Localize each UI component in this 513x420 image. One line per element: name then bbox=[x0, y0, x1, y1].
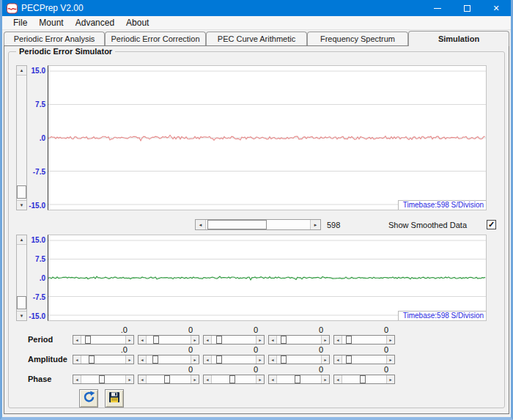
slider-left-arrow-icon[interactable]: ◄ bbox=[334, 336, 342, 344]
y-tick-label: 7.5 bbox=[35, 100, 45, 108]
tab-pec-curve-arithmetic[interactable]: PEC Curve Arithmetic bbox=[206, 32, 307, 45]
period-slider-2[interactable]: ◄► bbox=[138, 335, 199, 345]
slider-left-arrow-icon[interactable]: ◄ bbox=[204, 355, 212, 364]
close-button[interactable]: ✕ bbox=[481, 0, 511, 16]
menu-advanced[interactable]: Advanced bbox=[70, 18, 120, 28]
slider-right-arrow-icon[interactable]: ► bbox=[386, 375, 394, 383]
slider-right-arrow-icon[interactable]: ► bbox=[386, 336, 394, 344]
slider-right-arrow-icon[interactable]: ► bbox=[256, 375, 264, 383]
scroll-down-icon[interactable]: ▼ bbox=[17, 311, 26, 320]
chart1-timebase-label: Timebase:598 S/Division bbox=[398, 200, 486, 210]
phase-slider-3[interactable]: ◄► bbox=[203, 375, 265, 384]
slider-left-arrow-icon[interactable]: ◄ bbox=[204, 375, 212, 383]
slider-left-arrow-icon[interactable]: ◄ bbox=[334, 375, 342, 383]
period-slider-3[interactable]: ◄► bbox=[203, 335, 265, 345]
slider-left-arrow-icon[interactable]: ◄ bbox=[73, 375, 81, 383]
slider-thumb[interactable] bbox=[85, 336, 91, 344]
slider-right-arrow-icon[interactable]: ► bbox=[256, 336, 264, 344]
slider-thumb[interactable] bbox=[281, 336, 287, 344]
slider-left-arrow-icon[interactable]: ◄ bbox=[269, 336, 277, 344]
chart2-timebase-label: Timebase:598 S/Division bbox=[398, 311, 486, 320]
chart1-vscroll-thumb[interactable] bbox=[17, 185, 26, 199]
slider-right-arrow-icon[interactable]: ► bbox=[321, 336, 329, 344]
slider-left-arrow-icon[interactable]: ◄ bbox=[269, 375, 277, 383]
harmonic-sliders: Period.0◄►0◄►0◄►0◄►0◄►Amplitude.0◄►0◄►0◄… bbox=[16, 325, 498, 384]
slider-right-arrow-icon[interactable]: ► bbox=[191, 336, 199, 344]
timebase-scroll-thumb[interactable] bbox=[207, 220, 267, 229]
slider-left-arrow-icon[interactable]: ◄ bbox=[139, 336, 147, 344]
slider-right-arrow-icon[interactable]: ► bbox=[125, 375, 133, 383]
menu-mount[interactable]: Mount bbox=[33, 18, 69, 28]
minimize-button[interactable] bbox=[423, 0, 452, 16]
scroll-left-icon[interactable]: ◄ bbox=[196, 220, 206, 229]
scroll-up-icon[interactable]: ▲ bbox=[17, 235, 26, 245]
scroll-right-icon[interactable]: ► bbox=[310, 220, 320, 229]
show-smoothed-data-label: Show Smoothed Data bbox=[388, 221, 467, 229]
chart1-vertical-scrollbar[interactable]: ▲ ▼ bbox=[16, 65, 27, 210]
scroll-down-icon[interactable]: ▼ bbox=[17, 200, 26, 210]
menu-file[interactable]: File bbox=[7, 18, 33, 28]
chart2-vertical-scrollbar[interactable]: ▲ ▼ bbox=[16, 235, 27, 321]
tab-frequency-spectrum[interactable]: Frequency Spectrum bbox=[307, 32, 408, 45]
slider-thumb[interactable] bbox=[216, 355, 222, 364]
slider-thumb[interactable] bbox=[216, 336, 222, 344]
slider-thumb[interactable] bbox=[281, 355, 287, 364]
slider-right-arrow-icon[interactable]: ► bbox=[191, 375, 199, 383]
scroll-up-icon[interactable]: ▲ bbox=[17, 66, 26, 75]
slider-left-arrow-icon[interactable]: ◄ bbox=[139, 355, 147, 364]
menu-about[interactable]: About bbox=[120, 18, 155, 28]
slider-thumb[interactable] bbox=[346, 336, 352, 344]
refresh-button[interactable] bbox=[79, 389, 98, 408]
slider-right-arrow-icon[interactable]: ► bbox=[386, 355, 394, 364]
slider-thumb[interactable] bbox=[346, 355, 352, 364]
phase-slider-1[interactable]: ◄► bbox=[73, 375, 134, 384]
slider-value: 0 bbox=[333, 345, 395, 355]
slider-right-arrow-icon[interactable]: ► bbox=[191, 355, 199, 364]
slider-right-arrow-icon[interactable]: ► bbox=[125, 336, 133, 344]
slider-thumb[interactable] bbox=[295, 375, 300, 383]
slider-left-arrow-icon[interactable]: ◄ bbox=[73, 355, 81, 364]
slider-left-arrow-icon[interactable]: ◄ bbox=[204, 336, 212, 344]
tab-periodic-error-analysis[interactable]: Periodic Error Analysis bbox=[4, 32, 105, 45]
phase-slider-4[interactable]: ◄► bbox=[268, 375, 330, 384]
amplitude-slider-1[interactable]: ◄► bbox=[73, 355, 134, 364]
slider-value: 0 bbox=[268, 325, 330, 335]
amplitude-slider-4[interactable]: ◄► bbox=[268, 355, 330, 364]
slider-left-arrow-icon[interactable]: ◄ bbox=[73, 336, 81, 344]
y-tick-label: 15.0 bbox=[32, 236, 45, 244]
timebase-scrollbar[interactable]: ◄ ► bbox=[195, 219, 321, 230]
slider-thumb[interactable] bbox=[153, 336, 159, 344]
slider-thumb[interactable] bbox=[164, 375, 170, 383]
slider-right-arrow-icon[interactable]: ► bbox=[256, 355, 264, 364]
slider-value: .0 bbox=[73, 345, 134, 355]
phase-slider-5[interactable]: ◄► bbox=[333, 375, 395, 384]
timebase-value: 598 bbox=[327, 221, 340, 229]
slider-left-arrow-icon[interactable]: ◄ bbox=[139, 375, 147, 383]
amplitude-slider-2[interactable]: ◄► bbox=[138, 355, 199, 364]
slider-left-arrow-icon[interactable]: ◄ bbox=[269, 355, 277, 364]
slider-thumb[interactable] bbox=[99, 375, 105, 383]
slider-right-arrow-icon[interactable]: ► bbox=[321, 355, 329, 364]
period-slider-5[interactable]: ◄► bbox=[333, 335, 395, 345]
slider-thumb[interactable] bbox=[152, 355, 158, 364]
slider-thumb[interactable] bbox=[360, 375, 366, 383]
slider-right-arrow-icon[interactable]: ► bbox=[321, 375, 329, 383]
amplitude-slider-3[interactable]: ◄► bbox=[203, 355, 265, 364]
phase-slider-2[interactable]: ◄► bbox=[138, 375, 199, 384]
amplitude-slider-5[interactable]: ◄► bbox=[333, 355, 395, 364]
maximize-button[interactable] bbox=[452, 0, 481, 16]
amplitude-slider-group-5: 0◄► bbox=[333, 345, 395, 364]
slider-left-arrow-icon[interactable]: ◄ bbox=[334, 355, 342, 364]
close-icon: ✕ bbox=[492, 4, 499, 13]
window-controls: ✕ bbox=[423, 0, 511, 16]
chart2-vscroll-thumb[interactable] bbox=[17, 296, 26, 309]
period-slider-1[interactable]: ◄► bbox=[73, 335, 134, 345]
tab-periodic-error-correction[interactable]: Periodic Error Correction bbox=[105, 32, 206, 45]
slider-thumb[interactable] bbox=[89, 355, 95, 364]
show-smoothed-data-checkbox[interactable]: ✓ bbox=[487, 220, 496, 229]
tab-simulation[interactable]: Simulation bbox=[408, 31, 509, 46]
slider-thumb[interactable] bbox=[229, 375, 235, 383]
period-slider-4[interactable]: ◄► bbox=[268, 335, 330, 345]
save-button[interactable] bbox=[105, 389, 124, 408]
slider-right-arrow-icon[interactable]: ► bbox=[125, 355, 133, 364]
